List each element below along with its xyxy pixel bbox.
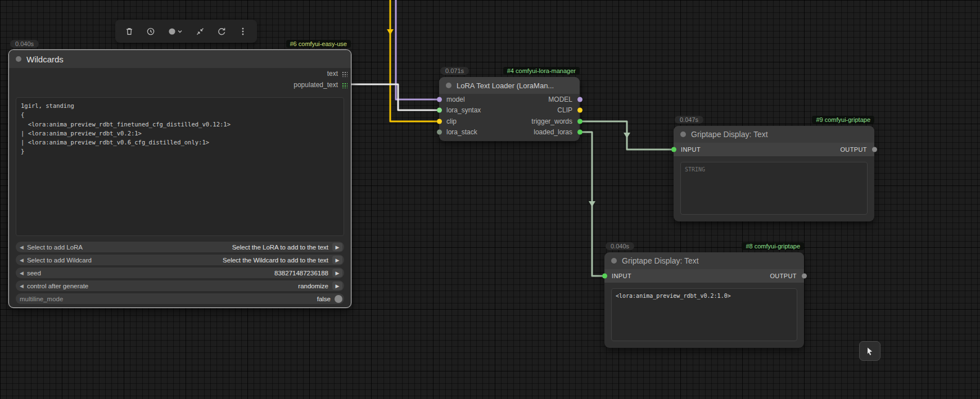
collapse-icon bbox=[196, 27, 205, 36]
node-griptape-display-8[interactable]: 0.040s #8 comfyui-griptape Griptape Disp… bbox=[604, 252, 804, 348]
widget-value: Select the Wildcard to add to the text bbox=[223, 257, 332, 264]
input-port-model[interactable] bbox=[437, 97, 442, 102]
widget-seed[interactable]: ◀ seed 838271487236188 ▶ bbox=[16, 267, 344, 278]
delete-button[interactable] bbox=[121, 23, 138, 40]
output-port[interactable] bbox=[802, 274, 807, 279]
widget-label: multiline_mode bbox=[20, 296, 63, 302]
arrow-left-icon[interactable]: ◀ bbox=[20, 257, 24, 263]
input-port[interactable] bbox=[671, 147, 676, 152]
arrow-right-icon[interactable]: ▶ bbox=[332, 243, 342, 251]
widget-select-to-add-wildcard[interactable]: ◀ Select to add Wildcard Select the Wild… bbox=[16, 255, 344, 265]
output-port-text-icon[interactable] bbox=[341, 71, 347, 77]
execution-time-badge: 0.040s bbox=[10, 40, 39, 48]
port-row: model MODEL bbox=[439, 94, 580, 105]
output-label: OUTPUT bbox=[840, 146, 867, 153]
widget-list: ◀ Select to add LoRA Select the LoRA to … bbox=[16, 242, 344, 304]
node-id-badge: #8 comfyui-griptape bbox=[742, 242, 804, 250]
node-id-badge: #6 comfyui-easy-use bbox=[286, 40, 351, 48]
io-strip: INPUT OUTPUT bbox=[604, 269, 804, 283]
node-title: LoRA Text Loader (LoraMan... bbox=[457, 81, 554, 90]
arrow-right-icon[interactable]: ▶ bbox=[332, 282, 342, 290]
widget-label: Select to add Wildcard bbox=[27, 257, 92, 264]
wire-loaded-loras-arrow bbox=[589, 201, 595, 207]
widget-select-to-add-lora[interactable]: ◀ Select to add LoRA Select the LoRA to … bbox=[16, 242, 344, 252]
output-label: CLIP bbox=[557, 106, 572, 114]
output-port-populated-text-icon[interactable] bbox=[341, 82, 347, 88]
pointer-mode-button[interactable] bbox=[859, 341, 880, 361]
node-color-button[interactable] bbox=[164, 23, 187, 40]
node-header[interactable]: Wildcards bbox=[9, 50, 351, 68]
port-row: lora_stack loaded_loras bbox=[439, 127, 580, 138]
color-swatch-icon bbox=[169, 28, 175, 34]
widget-multiline-mode[interactable]: multiline_mode false bbox=[16, 293, 344, 304]
port-row: clip trigger_words bbox=[439, 116, 580, 127]
port-row: lora_syntax CLIP bbox=[439, 105, 580, 116]
collapse-dot-icon[interactable] bbox=[446, 83, 451, 88]
output-label: MODEL bbox=[548, 96, 572, 103]
output-port-clip[interactable] bbox=[577, 108, 582, 113]
widget-label: Select to add LoRA bbox=[27, 244, 83, 251]
collapse-dot-icon[interactable] bbox=[680, 132, 686, 137]
arrow-left-icon[interactable]: ◀ bbox=[20, 283, 24, 289]
widget-value: randomize bbox=[298, 283, 332, 289]
kebab-menu-icon bbox=[238, 27, 247, 36]
arrow-left-icon[interactable]: ◀ bbox=[20, 270, 24, 276]
collapse-dot-icon[interactable] bbox=[611, 258, 617, 264]
wire-model bbox=[396, 0, 439, 99]
input-label: lora_stack bbox=[446, 128, 477, 136]
chevron-down-icon bbox=[178, 30, 182, 32]
node-header[interactable]: Griptape Display: Text bbox=[674, 126, 874, 143]
widget-value: false bbox=[317, 296, 335, 302]
node-header[interactable]: Griptape Display: Text bbox=[604, 252, 804, 269]
arrow-left-icon[interactable]: ◀ bbox=[20, 244, 24, 250]
node-id-badge: #4 comfyui-lora-manager bbox=[503, 67, 580, 75]
wildcard-textarea[interactable]: 1girl, standing { <lora:anima_preview_rd… bbox=[16, 97, 344, 236]
wire-populated-text bbox=[350, 84, 439, 110]
history-button[interactable] bbox=[142, 23, 159, 40]
execution-time-badge: 0.047s bbox=[675, 116, 703, 124]
widget-value: Select the LoRA to add to the text bbox=[232, 244, 332, 251]
toggle-knob[interactable] bbox=[335, 295, 342, 303]
display-textarea[interactable]: STRING bbox=[680, 162, 868, 215]
node-title: Griptape Display: Text bbox=[691, 130, 768, 139]
input-label: INPUT bbox=[681, 146, 701, 153]
output-port-trigger-words[interactable] bbox=[577, 119, 582, 124]
collapse-button[interactable] bbox=[192, 23, 209, 40]
execution-time-badge: 0.071s bbox=[440, 67, 469, 75]
output-label: OUTPUT bbox=[770, 273, 797, 279]
arrow-right-icon[interactable]: ▶ bbox=[332, 256, 342, 264]
trash-icon bbox=[125, 27, 134, 36]
redo-arrow-icon bbox=[217, 27, 226, 36]
input-port[interactable] bbox=[602, 274, 607, 279]
input-port-lora-stack[interactable] bbox=[437, 130, 442, 135]
output-label: loaded_loras bbox=[534, 128, 572, 136]
node-id-badge: #9 comfyui-griptape bbox=[812, 116, 874, 124]
input-label: INPUT bbox=[612, 273, 631, 279]
output-port[interactable] bbox=[872, 147, 877, 152]
rerun-button[interactable] bbox=[213, 23, 230, 40]
widget-label: seed bbox=[27, 270, 41, 276]
collapse-dot-icon[interactable] bbox=[16, 56, 21, 62]
widget-value: 838271487236188 bbox=[274, 270, 332, 276]
execution-time-badge: 0.040s bbox=[606, 242, 634, 250]
node-griptape-display-9[interactable]: 0.047s #9 comfyui-griptape Griptape Disp… bbox=[674, 126, 874, 221]
node-wildcards[interactable]: 0.040s #6 comfyui-easy-use Wildcards tex… bbox=[8, 49, 351, 308]
wire-clip-arrow bbox=[387, 29, 394, 35]
node-header[interactable]: LoRA Text Loader (LoraMan... bbox=[439, 77, 580, 94]
input-label: clip bbox=[446, 117, 457, 125]
widget-control-after-generate[interactable]: ◀ control after generate randomize ▶ bbox=[16, 280, 344, 291]
output-port-model[interactable] bbox=[577, 97, 582, 102]
node-title: Griptape Display: Text bbox=[622, 256, 699, 265]
cursor-icon bbox=[865, 347, 874, 356]
output-label: populated_text bbox=[293, 81, 338, 89]
output-port-loaded-loras[interactable] bbox=[577, 130, 582, 135]
more-options-button[interactable] bbox=[234, 23, 251, 40]
input-port-clip[interactable] bbox=[437, 119, 442, 124]
output-label: trigger_words bbox=[531, 117, 572, 125]
display-textarea[interactable]: <lora:anima_preview_rdbt_v0.2:1.0> bbox=[611, 288, 797, 341]
node-lora-text-loader[interactable]: 0.071s #4 comfyui-lora-manager LoRA Text… bbox=[439, 77, 580, 141]
arrow-right-icon[interactable]: ▶ bbox=[332, 269, 342, 277]
input-label: lora_syntax bbox=[446, 106, 481, 114]
wire-trigger-words-arrow bbox=[624, 133, 630, 138]
input-port-lora-syntax[interactable] bbox=[437, 108, 442, 113]
